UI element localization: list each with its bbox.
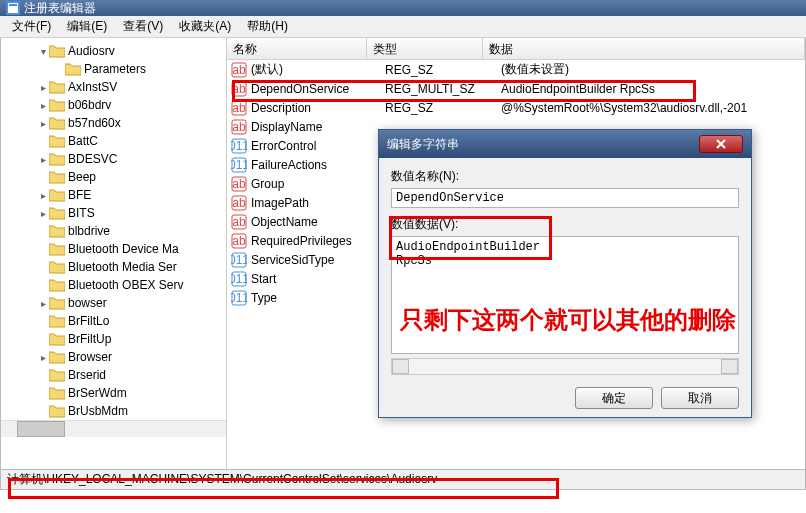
horizontal-scrollbar[interactable]: [391, 358, 739, 375]
menu-edit[interactable]: 编辑(E): [59, 16, 115, 37]
tree-item[interactable]: ▸BITS: [1, 204, 226, 222]
binary-value-icon: 011: [231, 290, 247, 306]
tree-item[interactable]: Bluetooth Media Ser: [1, 258, 226, 276]
dialog-title: 编辑多字符串: [387, 136, 459, 153]
tree-item-label: BITS: [68, 206, 95, 220]
tree-item[interactable]: ▸BDESVC: [1, 150, 226, 168]
tree-toggle-icon[interactable]: ▸: [37, 352, 49, 363]
folder-icon: [49, 224, 65, 238]
close-icon: [716, 139, 726, 149]
tree-item-label: Audiosrv: [68, 44, 115, 58]
tree-item-label: Browser: [68, 350, 112, 364]
tree-item[interactable]: Bluetooth Device Ma: [1, 240, 226, 258]
cell-type: REG_SZ: [385, 101, 501, 115]
svg-text:ab: ab: [232, 120, 246, 134]
tree-item[interactable]: ▸bowser: [1, 294, 226, 312]
tree-item[interactable]: blbdrive: [1, 222, 226, 240]
tree-toggle-icon[interactable]: ▸: [37, 298, 49, 309]
svg-rect-2: [9, 4, 17, 6]
tree-toggle-icon[interactable]: ▸: [37, 82, 49, 93]
tree-pane[interactable]: ▾AudiosrvParameters▸AxInstSV▸b06bdrv▸b57…: [1, 38, 227, 469]
list-row[interactable]: ab(默认)REG_SZ(数值未设置): [227, 60, 805, 79]
tree-item-label: Beep: [68, 170, 96, 184]
tree-toggle-icon[interactable]: ▾: [37, 46, 49, 57]
tree-item-label: bowser: [68, 296, 107, 310]
svg-text:ab: ab: [232, 101, 246, 115]
cell-type: REG_SZ: [385, 63, 501, 77]
binary-value-icon: 011: [231, 157, 247, 173]
dialog-close-button[interactable]: [699, 135, 743, 153]
cell-name: (默认): [251, 61, 385, 78]
folder-icon: [49, 170, 65, 184]
folder-icon: [49, 152, 65, 166]
tree-item[interactable]: Bluetooth OBEX Serv: [1, 276, 226, 294]
cell-data: AudioEndpointBuilder RpcSs: [501, 82, 805, 96]
tree-toggle-icon[interactable]: ▸: [37, 208, 49, 219]
tree-item[interactable]: BrFiltUp: [1, 330, 226, 348]
tree-toggle-icon[interactable]: ▸: [37, 118, 49, 129]
tree-item-label: BFE: [68, 188, 91, 202]
tree-item[interactable]: ▸Browser: [1, 348, 226, 366]
tree-item[interactable]: ▸b57nd60x: [1, 114, 226, 132]
menu-view[interactable]: 查看(V): [115, 16, 171, 37]
folder-icon: [49, 368, 65, 382]
tree-toggle-icon[interactable]: ▸: [37, 190, 49, 201]
tree-item[interactable]: ▸b06bdrv: [1, 96, 226, 114]
string-value-icon: ab: [231, 176, 247, 192]
cell-name: DisplayName: [251, 120, 385, 134]
tree-item-label: BrSerWdm: [68, 386, 127, 400]
svg-text:011: 011: [231, 253, 247, 267]
folder-icon: [49, 260, 65, 274]
tree-item[interactable]: BattC: [1, 132, 226, 150]
tree-toggle-icon[interactable]: ▸: [37, 154, 49, 165]
ok-button[interactable]: 确定: [575, 387, 653, 409]
folder-icon: [49, 296, 65, 310]
cell-name: Type: [251, 291, 385, 305]
tree-item-label: Bluetooth Device Ma: [68, 242, 179, 256]
tree-item-label: b06bdrv: [68, 98, 111, 112]
status-path: 计算机\HKEY_LOCAL_MACHINE\SYSTEM\CurrentCon…: [7, 471, 437, 488]
cell-data: (数值未设置): [501, 61, 805, 78]
tree-horizontal-scrollbar[interactable]: [1, 420, 226, 437]
tree-item[interactable]: BrFiltLo: [1, 312, 226, 330]
cell-name: ImagePath: [251, 196, 385, 210]
menu-favorites[interactable]: 收藏夹(A): [171, 16, 239, 37]
value-name-input[interactable]: [391, 188, 739, 208]
column-type[interactable]: 类型: [367, 38, 483, 59]
tree-toggle-icon[interactable]: ▸: [37, 100, 49, 111]
tree-item[interactable]: Brserid: [1, 366, 226, 384]
cell-name: DependOnService: [251, 82, 385, 96]
svg-text:011: 011: [231, 291, 247, 305]
binary-value-icon: 011: [231, 252, 247, 268]
tree-item[interactable]: Beep: [1, 168, 226, 186]
menu-file[interactable]: 文件(F): [4, 16, 59, 37]
list-row[interactable]: abDependOnServiceREG_MULTI_SZAudioEndpoi…: [227, 79, 805, 98]
dialog-titlebar[interactable]: 编辑多字符串: [379, 130, 751, 158]
string-value-icon: ab: [231, 214, 247, 230]
tree-item[interactable]: ▾Audiosrv: [1, 42, 226, 60]
folder-icon: [49, 98, 65, 112]
binary-value-icon: 011: [231, 138, 247, 154]
cell-name: ObjectName: [251, 215, 385, 229]
folder-icon: [65, 62, 81, 76]
tree-item[interactable]: ▸BFE: [1, 186, 226, 204]
list-row[interactable]: abDescriptionREG_SZ@%SystemRoot%\System3…: [227, 98, 805, 117]
tree-item[interactable]: Parameters: [1, 60, 226, 78]
cell-name: Description: [251, 101, 385, 115]
tree-item[interactable]: BrUsbMdm: [1, 402, 226, 420]
folder-icon: [49, 206, 65, 220]
menu-help[interactable]: 帮助(H): [239, 16, 296, 37]
column-name[interactable]: 名称: [227, 38, 367, 59]
string-value-icon: ab: [231, 119, 247, 135]
tree-item-label: Brserid: [68, 368, 106, 382]
cell-name: FailureActions: [251, 158, 385, 172]
value-data-textarea[interactable]: AudioEndpointBuilder RpcSs: [391, 236, 739, 354]
column-data[interactable]: 数据: [483, 38, 805, 59]
folder-icon: [49, 278, 65, 292]
cancel-button[interactable]: 取消: [661, 387, 739, 409]
tree-item-label: Bluetooth Media Ser: [68, 260, 177, 274]
tree-item[interactable]: ▸AxInstSV: [1, 78, 226, 96]
string-value-icon: ab: [231, 195, 247, 211]
tree-item[interactable]: BrSerWdm: [1, 384, 226, 402]
folder-icon: [49, 404, 65, 418]
